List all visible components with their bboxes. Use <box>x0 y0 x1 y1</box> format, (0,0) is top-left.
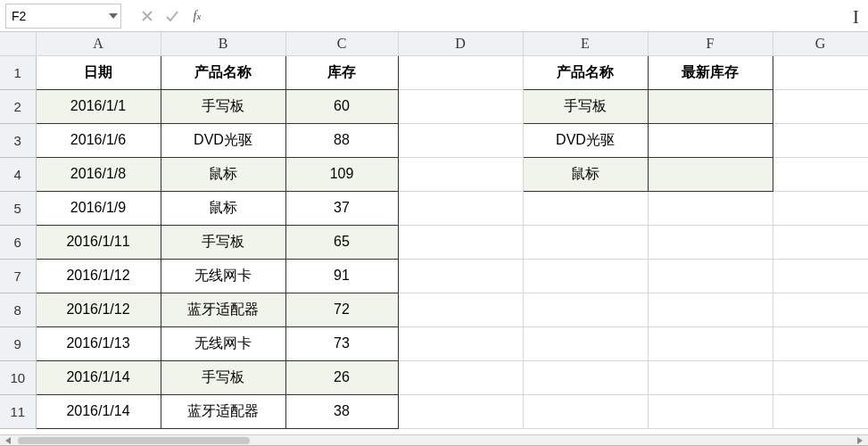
cell-A8[interactable]: 2016/1/12 <box>36 293 161 326</box>
cell-E3[interactable]: DVD光驱 <box>523 123 648 157</box>
cell-C8[interactable]: 72 <box>285 293 398 326</box>
col-header-B[interactable]: B <box>161 32 285 55</box>
row-header-3[interactable]: 3 <box>0 123 36 157</box>
cell-B5[interactable]: 鼠标 <box>161 191 285 225</box>
cell-B3[interactable]: DVD光驱 <box>161 123 285 157</box>
cell-F8[interactable] <box>648 293 773 326</box>
cell-G9[interactable] <box>773 326 868 360</box>
cell-E11[interactable] <box>523 394 648 428</box>
cell-G3[interactable] <box>773 123 868 157</box>
row-header-11[interactable]: 11 <box>0 394 36 428</box>
cell-D2[interactable] <box>398 89 523 123</box>
enter-icon[interactable] <box>164 8 180 24</box>
cell-C9[interactable]: 73 <box>285 326 398 360</box>
cell-D5[interactable] <box>398 191 523 225</box>
cell-F6[interactable] <box>648 225 773 259</box>
cell-A11[interactable]: 2016/1/14 <box>36 394 161 428</box>
row-header-6[interactable]: 6 <box>0 225 36 259</box>
cell-G5[interactable] <box>773 191 868 225</box>
cell-F1[interactable]: 最新库存 <box>648 55 773 89</box>
cell-D3[interactable] <box>398 123 523 157</box>
col-header-D[interactable]: D <box>398 32 523 55</box>
horizontal-scrollbar[interactable] <box>0 434 868 445</box>
cell-B6[interactable]: 手写板 <box>161 225 285 259</box>
cell-F9[interactable] <box>648 326 773 360</box>
cell-D11[interactable] <box>398 394 523 428</box>
cell-A4[interactable]: 2016/1/8 <box>36 157 161 191</box>
select-all-corner[interactable] <box>0 32 36 55</box>
cell-C5[interactable]: 37 <box>285 191 398 225</box>
cell-B7[interactable]: 无线网卡 <box>161 259 285 293</box>
row-header-4[interactable]: 4 <box>0 157 36 191</box>
cell-A3[interactable]: 2016/1/6 <box>36 123 161 157</box>
cell-G2[interactable] <box>773 89 868 123</box>
cell-C2[interactable]: 60 <box>285 89 398 123</box>
name-box-input[interactable] <box>6 9 120 23</box>
cell-B4[interactable]: 鼠标 <box>161 157 285 191</box>
cell-A2[interactable]: 2016/1/1 <box>36 89 161 123</box>
cell-C6[interactable]: 65 <box>285 225 398 259</box>
formula-input[interactable] <box>212 4 868 29</box>
cell-C11[interactable]: 38 <box>285 394 398 428</box>
cell-F11[interactable] <box>648 394 773 428</box>
cell-E1[interactable]: 产品名称 <box>523 55 648 89</box>
cell-B11[interactable]: 蓝牙适配器 <box>161 394 285 428</box>
cell-G7[interactable] <box>773 259 868 293</box>
row-header-2[interactable]: 2 <box>0 89 36 123</box>
cancel-icon[interactable] <box>139 8 155 24</box>
cell-B1[interactable]: 产品名称 <box>161 55 285 89</box>
cell-E10[interactable] <box>523 360 648 394</box>
spreadsheet-grid[interactable]: A B C D E F G 1 日期 产品名称 库存 产品名称 <box>0 32 868 429</box>
row-header-1[interactable]: 1 <box>0 55 36 89</box>
cell-B9[interactable]: 无线网卡 <box>161 326 285 360</box>
cell-E4[interactable]: 鼠标 <box>523 157 648 191</box>
scroll-left-icon[interactable] <box>2 435 14 446</box>
cell-E6[interactable] <box>523 225 648 259</box>
row-header-8[interactable]: 8 <box>0 293 36 326</box>
col-header-A[interactable]: A <box>36 32 161 55</box>
cell-B2[interactable]: 手写板 <box>161 89 285 123</box>
col-header-C[interactable]: C <box>285 32 398 55</box>
cell-D10[interactable] <box>398 360 523 394</box>
cell-E2[interactable]: 手写板 <box>523 89 648 123</box>
cell-F5[interactable] <box>648 191 773 225</box>
cell-G11[interactable] <box>773 394 868 428</box>
cell-C7[interactable]: 91 <box>285 259 398 293</box>
cell-G1[interactable] <box>773 55 868 89</box>
scrollbar-thumb[interactable] <box>18 437 250 444</box>
cell-E5[interactable] <box>523 191 648 225</box>
name-box-dropdown-icon[interactable] <box>108 11 119 21</box>
cell-A9[interactable]: 2016/1/13 <box>36 326 161 360</box>
cell-E9[interactable] <box>523 326 648 360</box>
cell-C3[interactable]: 88 <box>285 123 398 157</box>
cell-A5[interactable]: 2016/1/9 <box>36 191 161 225</box>
cell-E7[interactable] <box>523 259 648 293</box>
cell-G4[interactable] <box>773 157 868 191</box>
cell-D1[interactable] <box>398 55 523 89</box>
col-header-G[interactable]: G <box>773 32 868 55</box>
insert-function-icon[interactable]: fx <box>189 8 205 24</box>
name-box[interactable] <box>5 4 121 29</box>
cell-D6[interactable] <box>398 225 523 259</box>
row-header-9[interactable]: 9 <box>0 326 36 360</box>
cell-F10[interactable] <box>648 360 773 394</box>
cell-A1[interactable]: 日期 <box>36 55 161 89</box>
cell-G6[interactable] <box>773 225 868 259</box>
row-header-10[interactable]: 10 <box>0 360 36 394</box>
cell-B10[interactable]: 手写板 <box>161 360 285 394</box>
cell-D8[interactable] <box>398 293 523 326</box>
cell-D4[interactable] <box>398 157 523 191</box>
cell-C1[interactable]: 库存 <box>285 55 398 89</box>
row-header-7[interactable]: 7 <box>0 259 36 293</box>
cell-F3[interactable] <box>648 123 773 157</box>
col-header-F[interactable]: F <box>648 32 773 55</box>
cell-G8[interactable] <box>773 293 868 326</box>
cell-E8[interactable] <box>523 293 648 326</box>
cell-A7[interactable]: 2016/1/12 <box>36 259 161 293</box>
scroll-right-icon[interactable] <box>854 435 866 446</box>
cell-G10[interactable] <box>773 360 868 394</box>
cell-D9[interactable] <box>398 326 523 360</box>
row-header-5[interactable]: 5 <box>0 191 36 225</box>
col-header-E[interactable]: E <box>523 32 648 55</box>
cell-C10[interactable]: 26 <box>285 360 398 394</box>
